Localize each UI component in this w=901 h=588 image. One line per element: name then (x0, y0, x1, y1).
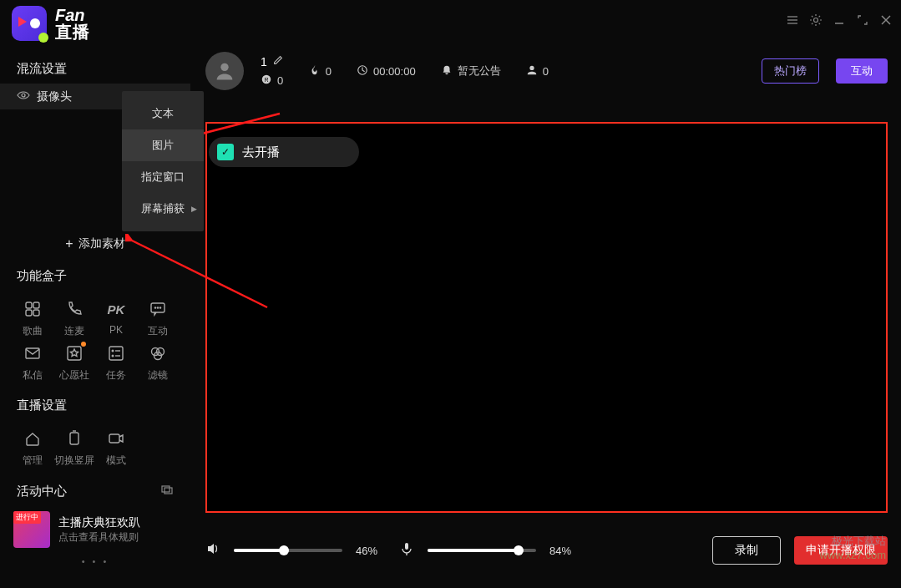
home-icon (23, 428, 43, 449)
close-icon[interactable] (879, 13, 893, 27)
pager-dots: • • • (0, 553, 190, 566)
svg-rect-26 (70, 433, 78, 444)
svg-point-15 (159, 307, 160, 308)
activity-item[interactable]: 进行中 主播庆典狂欢趴 点击查看具体规则 (0, 506, 190, 553)
clock-icon (357, 64, 368, 79)
announcement-text: 暂无公告 (458, 63, 501, 79)
edit-icon[interactable] (272, 54, 284, 68)
person-icon (526, 64, 538, 79)
eye-icon (17, 89, 30, 104)
titlebar (0, 0, 901, 40)
svg-rect-8 (26, 302, 32, 308)
add-material-button[interactable]: + 添加素材 (0, 226, 190, 261)
record-button[interactable]: 录制 (712, 536, 781, 565)
rotate-icon (64, 428, 84, 449)
stream-header: 1 R 0 0 00:00:00 暂无公告 0 热门榜 互动 (205, 46, 888, 96)
envelope-icon (23, 343, 43, 363)
coin-value: 0 (277, 74, 283, 87)
fire-value: 0 (326, 65, 332, 78)
svg-rect-35 (405, 543, 408, 550)
interact-button[interactable]: 互动 (836, 58, 888, 84)
status-badge: 进行中 (13, 511, 41, 524)
svg-point-14 (157, 307, 158, 308)
fire-icon (309, 64, 321, 79)
speaker-icon[interactable] (205, 541, 220, 560)
svg-rect-16 (26, 348, 39, 358)
camera-icon (106, 428, 126, 449)
pk-icon: PK (106, 299, 126, 319)
mic-pct: 84% (549, 545, 580, 557)
logo-text-en: Fan (55, 7, 90, 23)
watermark: 极光下载站 www.xz7.com (820, 535, 886, 563)
preview-stage[interactable] (205, 122, 888, 513)
context-item-window[interactable]: 指定窗口 (122, 161, 204, 193)
tool-mic-link[interactable]: 连麦 (53, 299, 95, 338)
svg-point-21 (112, 355, 114, 357)
go-live-pill[interactable]: ✓ 去开播 (209, 137, 359, 167)
svg-point-3 (814, 18, 818, 23)
tool-mode[interactable]: 模式 (95, 428, 137, 468)
context-item-screen[interactable]: 屏幕捕获▶ (122, 193, 204, 225)
tool-wish[interactable]: 心愿社 (53, 343, 95, 383)
minimize-icon[interactable] (833, 13, 846, 27)
svg-point-13 (154, 307, 155, 308)
speaker-pct: 46% (356, 545, 386, 557)
time-value: 00:00:00 (373, 65, 416, 78)
svg-rect-27 (109, 434, 119, 443)
list-icon (106, 343, 126, 363)
bell-icon (441, 64, 453, 79)
viewers-value: 0 (543, 65, 549, 78)
speaker-slider[interactable] (234, 549, 342, 552)
activity-title: 主播庆典狂欢趴 (58, 515, 140, 530)
tool-manage[interactable]: 管理 (12, 428, 53, 468)
chat-icon (148, 299, 168, 319)
activity-heading: 活动中心 (17, 484, 67, 499)
svg-point-34 (529, 65, 534, 69)
music-icon (23, 299, 43, 319)
tool-filter[interactable]: 滤镜 (137, 343, 179, 383)
user-avatar[interactable] (205, 52, 244, 90)
phone-icon (64, 299, 84, 319)
coin-icon: R (261, 74, 272, 88)
toolbox-heading: 功能盒子 (0, 261, 190, 291)
hot-ranking-button[interactable]: 热门榜 (762, 58, 819, 84)
username: 1 (261, 55, 267, 68)
context-item-text[interactable]: 文本 (122, 98, 204, 129)
tool-music[interactable]: 歌曲 (12, 299, 53, 338)
svg-point-7 (22, 94, 25, 97)
tool-tasks[interactable]: 任务 (95, 343, 137, 383)
bottom-bar: 46% 84% 录制 申请开播权限 (205, 530, 888, 571)
maximize-icon[interactable] (856, 13, 869, 27)
filter-icon (148, 343, 168, 363)
svg-text:R: R (264, 77, 268, 83)
svg-rect-18 (109, 347, 123, 360)
live-settings-heading: 直播设置 (0, 391, 190, 420)
expand-icon[interactable] (160, 483, 174, 499)
star-icon (64, 343, 84, 363)
svg-point-30 (220, 63, 228, 71)
svg-rect-10 (26, 310, 32, 316)
add-material-context-menu: 文本 图片 指定窗口 屏幕捕获▶ (122, 91, 204, 231)
context-item-image[interactable]: 图片 (122, 129, 204, 161)
tool-pk[interactable]: PKPK (95, 299, 137, 338)
activity-thumbnail: 进行中 (13, 511, 50, 548)
mic-slider[interactable] (428, 549, 536, 552)
mix-settings-heading: 混流设置 (0, 54, 190, 84)
svg-point-19 (112, 350, 114, 352)
tool-dm[interactable]: 私信 (12, 343, 53, 383)
tool-rotate[interactable]: 切换竖屏 (53, 428, 95, 468)
svg-rect-28 (162, 486, 170, 492)
menu-icon[interactable] (786, 13, 799, 27)
tool-interact[interactable]: 互动 (137, 299, 179, 338)
settings-icon[interactable] (809, 13, 823, 27)
svg-rect-11 (33, 310, 39, 316)
logo-text-cn: 直播 (55, 23, 90, 40)
svg-rect-29 (165, 488, 172, 494)
mic-icon[interactable] (399, 541, 414, 560)
app-logo: Fan 直播 (12, 6, 90, 41)
checklist-icon: ✓ (217, 144, 234, 160)
plus-icon: + (65, 236, 73, 251)
activity-subtitle: 点击查看具体规则 (58, 530, 140, 545)
chevron-right-icon: ▶ (191, 205, 197, 213)
camera-label: 摄像头 (37, 89, 72, 104)
